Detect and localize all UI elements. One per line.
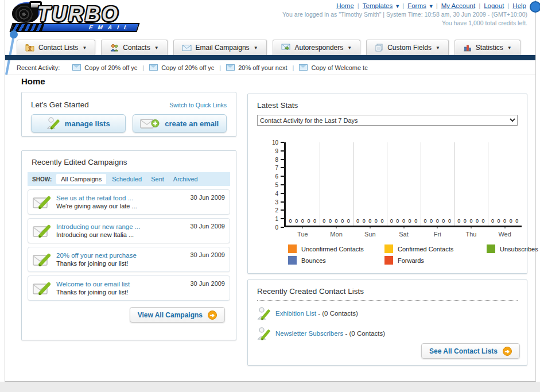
create-email-button[interactable]: create an email: [133, 114, 227, 133]
group-gridline: [387, 142, 387, 226]
envelope-pencil-icon: [33, 280, 51, 296]
campaign-date: 30 Jun 2009: [190, 251, 225, 258]
value-labels-group: 00000: [454, 218, 488, 224]
x-axis-label: Sat: [399, 231, 409, 238]
chevron-down-icon: ▼: [436, 45, 440, 51]
tab-custom-fields[interactable]: Custom Fields ▼: [366, 40, 449, 55]
tab-label: Custom Fields: [387, 44, 432, 52]
create-email-label: create an email: [165, 119, 219, 128]
campaign-date: 30 Jun 2009: [190, 194, 225, 201]
tab-label: Contacts: [123, 44, 150, 52]
link-templates[interactable]: Templates: [363, 2, 393, 9]
link-home[interactable]: Home: [336, 2, 354, 9]
list-separator: -: [345, 330, 347, 337]
y-axis-tick: [281, 167, 284, 168]
legend-label: Bounces: [301, 257, 326, 264]
arrow-icon: ➔: [208, 311, 217, 320]
campaign-row[interactable]: See us at the retail food ... We're givi…: [28, 189, 230, 215]
chevron-down-icon: ▼: [254, 45, 258, 51]
campaign-row[interactable]: Welcome to our email list Thanks for joi…: [28, 275, 230, 301]
filter-all-campaigns[interactable]: All Campaigns: [56, 174, 106, 184]
link-logout[interactable]: Logout: [484, 2, 504, 9]
switch-quick-links[interactable]: Switch to Quick Links: [169, 102, 227, 108]
filter-scheduled[interactable]: Scheduled: [112, 176, 142, 183]
manage-lists-button[interactable]: manage lists: [31, 114, 126, 133]
show-label: SHOW:: [32, 176, 52, 183]
value-label: 0: [363, 218, 366, 224]
y-axis-label: 2: [275, 207, 278, 214]
value-label: 0: [510, 218, 512, 224]
value-label: 0: [313, 218, 316, 224]
legend-item: Unconfirmed Contacts: [288, 244, 384, 253]
x-axis-tick: [504, 226, 505, 228]
value-label: 0: [436, 218, 439, 224]
campaign-filter-bar: SHOW: All Campaigns Scheduled Sent Archi…: [28, 172, 230, 186]
dotted-divider: [257, 300, 518, 301]
arrow-icon: ➔: [503, 347, 512, 356]
legend-label: Forwards: [398, 257, 424, 264]
value-label: 0: [380, 218, 383, 224]
tab-autoresponders[interactable]: Autoresponders ▼: [273, 40, 361, 55]
link-help[interactable]: Help: [512, 2, 526, 9]
value-labels-group: 00000: [286, 218, 320, 224]
recent-activity-item[interactable]: Copy of 20% off yc: [72, 64, 137, 71]
envelope-arrow-icon: [281, 44, 291, 52]
header-utility-area: Home|Templates▼|Forms▼|My Account|Logout…: [282, 2, 527, 26]
person-pencil-icon: [257, 306, 270, 321]
nav-divider-bar: [5, 55, 535, 60]
campaign-row[interactable]: Introducing our new range ... Introducin…: [28, 218, 230, 243]
view-all-campaigns-button[interactable]: View All Campaigns ➔: [130, 307, 225, 323]
value-label: 0: [448, 218, 451, 224]
campaign-subtitle: We're giving away our late ...: [56, 203, 190, 209]
campaign-link[interactable]: Introducing our new range ...: [56, 223, 190, 230]
stats-period-select[interactable]: Contact Activity for the Last 7 Days: [257, 115, 518, 126]
campaign-row[interactable]: 20% off your next purchase Thanks for jo…: [28, 247, 230, 272]
filter-sent[interactable]: Sent: [151, 176, 164, 183]
tab-contacts[interactable]: Contacts ▼: [101, 40, 167, 55]
footer-strip: [0, 382, 540, 392]
campaign-link[interactable]: See us at the retail food ...: [56, 195, 190, 201]
envelope-icon: [299, 64, 308, 71]
value-label: 0: [430, 218, 433, 224]
get-started-panel: Let's Get Started Switch to Quick Links …: [21, 92, 236, 137]
contact-list-item: Exhibition List - (0 Contacts): [257, 306, 518, 321]
recent-activity-item[interactable]: 20% off your next: [226, 64, 287, 71]
link-forms[interactable]: Forms: [407, 2, 426, 9]
recent-activity-bar: Recent Activity: Copy of 20% off yc | Co…: [5, 60, 535, 75]
tab-statistics[interactable]: Statistics ▼: [454, 40, 520, 55]
recent-activity-item[interactable]: Copy of 20% off yc: [149, 64, 214, 71]
contact-list-link[interactable]: Exhibition List: [275, 310, 316, 317]
y-axis-tick: [281, 142, 284, 143]
contact-lists-title: Recently Created Contact Lists: [257, 287, 518, 296]
x-axis-tick: [336, 226, 337, 228]
filter-archived[interactable]: Archived: [173, 176, 198, 183]
contact-list-link[interactable]: Newsletter Subscribers: [275, 330, 343, 337]
envelope-pencil-icon: [33, 194, 51, 210]
y-axis-label: 3: [275, 199, 278, 205]
value-label: 0: [375, 218, 378, 224]
contact-lists-panel: Recently Created Contact Lists Exhibitio…: [247, 280, 527, 366]
legend-swatch-icon: [384, 256, 393, 265]
x-axis-tick: [471, 226, 471, 228]
see-all-contact-lists-button[interactable]: See All Contact Lists ➔: [421, 343, 520, 359]
campaign-link[interactable]: Welcome to our email list: [56, 281, 190, 288]
get-started-title: Let's Get Started: [31, 100, 89, 109]
recent-activity-item[interactable]: Copy of Welcome tc: [299, 64, 367, 71]
link-my-account[interactable]: My Account: [441, 2, 475, 9]
y-axis-tick: [281, 201, 284, 203]
legend-item: Bounces: [288, 256, 384, 265]
campaign-link[interactable]: 20% off your next purchase: [56, 252, 190, 259]
manage-lists-label: manage lists: [65, 119, 110, 128]
envelope-plus-icon: [140, 117, 160, 130]
help-bubble-icon[interactable]: [530, 1, 540, 13]
legend-label: Unsubscribes: [500, 246, 538, 253]
legend-swatch-icon: [487, 244, 495, 253]
value-label: 0: [301, 218, 304, 224]
y-axis-tick: [281, 150, 284, 152]
tab-contact-lists[interactable]: Contact Lists ▼: [17, 40, 95, 55]
value-label: 0: [457, 218, 460, 224]
tab-email-campaigns[interactable]: Email Campaigns ▼: [173, 40, 267, 55]
latest-stats-title: Latest Stats: [257, 101, 518, 110]
value-label: 0: [390, 218, 393, 224]
value-label: 0: [482, 218, 485, 224]
